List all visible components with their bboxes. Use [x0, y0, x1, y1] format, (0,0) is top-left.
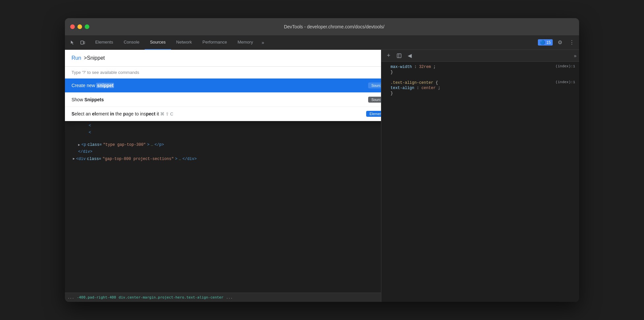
device-toggle-icon[interactable] — [78, 38, 87, 47]
tab-bar: Elements Console Sources Network Perform… — [65, 35, 579, 50]
svg-rect-2 — [397, 54, 401, 58]
main-content: score banner ▶ <div etwe p-300 — [65, 50, 579, 302]
command-palette: Run Type '?' to see available commands C… — [65, 50, 381, 121]
svg-rect-1 — [84, 42, 85, 44]
close-drawer-icon[interactable]: ◀ — [405, 51, 414, 60]
command-items-list: Create new snippet Sources Show Snippets… — [65, 79, 381, 121]
styles-toolbar: + ◀ » — [381, 50, 579, 62]
right-panel-more[interactable]: » — [574, 53, 576, 58]
devtools-body: Elements Console Sources Network Perform… — [65, 35, 579, 302]
tab-sources[interactable]: Sources — [145, 35, 171, 50]
tab-memory[interactable]: Memory — [232, 35, 258, 50]
css-source-2: (index):1 — [556, 80, 575, 84]
tab-console[interactable]: Console — [118, 35, 145, 50]
issues-badge[interactable]: 🔵 15 — [538, 39, 553, 46]
styles-panel: + ◀ » (index):1 max-wid — [381, 50, 579, 302]
svg-rect-0 — [81, 41, 83, 44]
snippet-highlight: snippet — [96, 83, 114, 88]
elements-panel: score banner ▶ <div etwe p-300 — [65, 50, 381, 302]
settings-icon[interactable]: ⚙ — [555, 38, 565, 47]
toolbar-icons — [68, 38, 87, 47]
tab-performance[interactable]: Performance — [197, 35, 232, 50]
cursor-icon[interactable] — [68, 38, 77, 47]
maximize-button[interactable] — [85, 24, 89, 29]
command-input[interactable] — [84, 55, 381, 61]
dock-icon[interactable] — [395, 51, 404, 60]
devtools-window: DevTools - developer.chrome.com/docs/dev… — [65, 18, 579, 302]
traffic-lights — [70, 24, 89, 29]
command-item-text-2: Show Snippets — [72, 97, 368, 102]
tab-elements[interactable]: Elements — [90, 35, 118, 50]
tab-bar-right: 🔵 15 ⚙ ⋮ — [538, 38, 576, 47]
command-item-select-element[interactable]: Select an element in the page to inspect… — [65, 107, 381, 121]
more-options-icon[interactable]: ⋮ — [567, 38, 576, 47]
command-item-text: Create new snippet — [72, 83, 368, 88]
add-style-rule-icon[interactable]: + — [384, 51, 393, 60]
command-item-badge-sources-2: Sources — [368, 97, 381, 103]
keyboard-shortcut: ⌘ ⇧ C — [160, 112, 173, 116]
command-input-area: Run — [65, 50, 381, 67]
css-rule-1: (index):1 max-width : 32rem ; } — [385, 64, 575, 75]
command-item-create-snippet[interactable]: Create new snippet Sources — [65, 79, 381, 93]
command-palette-overlay: Run Type '?' to see available commands C… — [65, 50, 381, 302]
minimize-button[interactable] — [77, 24, 82, 29]
more-tabs-button[interactable]: » — [258, 38, 268, 47]
command-item-show-snippets[interactable]: Show Snippets Sources — [65, 93, 381, 107]
css-source-1: (index):1 — [556, 64, 575, 68]
css-rule-2: (index):1 .text-align-center { text-alig… — [385, 80, 575, 96]
close-button[interactable] — [70, 24, 75, 29]
titlebar: DevTools - developer.chrome.com/docs/dev… — [65, 18, 579, 35]
tabs-container: Elements Console Sources Network Perform… — [90, 35, 268, 50]
tab-network[interactable]: Network — [171, 35, 197, 50]
command-item-badge-sources-1: Sources — [368, 82, 381, 88]
run-label: Run — [72, 55, 81, 61]
issues-icon: 🔵 — [540, 40, 545, 45]
window-title: DevTools - developer.chrome.com/docs/dev… — [95, 24, 574, 29]
styles-content: (index):1 max-width : 32rem ; } — [381, 62, 579, 302]
command-item-badge-elements: Elements — [366, 111, 381, 117]
command-item-text-3: Select an element in the page to inspect… — [72, 111, 366, 116]
command-hint: Type '?' to see available commands — [65, 67, 381, 79]
